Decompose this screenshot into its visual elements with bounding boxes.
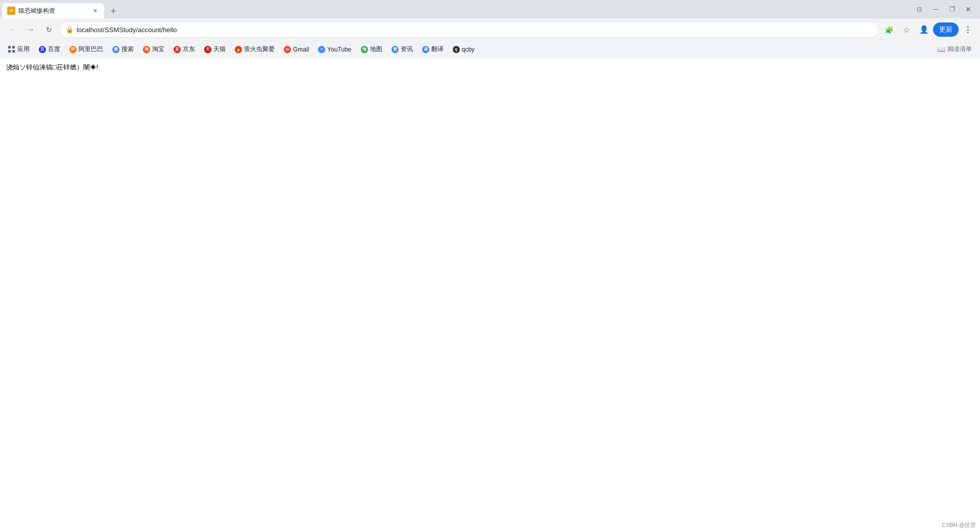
profile-icon[interactable]: 👤 bbox=[916, 21, 932, 38]
bookmark-apps[interactable]: 应用 bbox=[4, 43, 34, 56]
tab-favicon: 猿 bbox=[7, 7, 15, 15]
update-button[interactable]: 更新 bbox=[933, 22, 959, 37]
huochong-icon: 🔥 bbox=[235, 46, 242, 53]
tmall-icon: 天 bbox=[204, 46, 211, 53]
bookmark-huochong-label: 萤火虫聚爱 bbox=[244, 45, 275, 54]
bookmark-taobao[interactable]: 淘 淘宝 bbox=[139, 43, 168, 56]
qcby-icon: q bbox=[453, 46, 460, 53]
title-bar: 猿 猿恐斌惨构资 ✕ + ⊡ ─ ❐ ✕ bbox=[0, 0, 980, 18]
bookmark-baidu[interactable]: 百 百度 bbox=[35, 43, 64, 56]
reading-list-icon: 📖 bbox=[937, 45, 945, 53]
gmail-icon: G bbox=[284, 46, 291, 53]
screen-capture-icon[interactable]: ⊡ bbox=[912, 2, 927, 17]
youtube-icon: Y bbox=[318, 46, 325, 53]
bookmark-jd[interactable]: 京 京东 bbox=[169, 43, 199, 56]
taobao-icon: 淘 bbox=[143, 46, 150, 53]
bookmark-star-icon[interactable]: ☆ bbox=[898, 21, 915, 38]
forward-button[interactable]: → bbox=[22, 21, 39, 38]
bookmark-alibaba-label: 阿里巴巴 bbox=[79, 45, 103, 54]
bookmark-tmall-label: 天猫 bbox=[213, 45, 226, 54]
window-controls: ⊡ ─ ❐ ✕ bbox=[912, 0, 980, 18]
extensions-icon[interactable]: 🧩 bbox=[881, 21, 897, 38]
bookmark-gmail[interactable]: G Gmail bbox=[280, 43, 313, 56]
navigation-bar: ← → ↻ 🔒 localhost/SSMStudy/account/hello… bbox=[0, 18, 980, 41]
bookmark-gmail-label: Gmail bbox=[293, 46, 309, 53]
back-button[interactable]: ← bbox=[4, 21, 20, 38]
bookmark-huochong[interactable]: 🔥 萤火虫聚爱 bbox=[231, 43, 279, 56]
refresh-button[interactable]: ↻ bbox=[41, 21, 57, 38]
reading-list-label: 阅读清单 bbox=[947, 45, 972, 54]
bookmark-taobao-label: 淘宝 bbox=[152, 45, 164, 54]
translate-icon: 译 bbox=[422, 46, 429, 53]
jd-icon: 京 bbox=[174, 46, 181, 53]
address-bar[interactable]: 🔒 localhost/SSMStudy/account/hello bbox=[59, 21, 879, 38]
bookmark-youtube-label: YouTube bbox=[327, 46, 351, 53]
bookmark-translate[interactable]: 译 翻译 bbox=[418, 43, 448, 56]
bookmark-translate-label: 翻译 bbox=[431, 45, 444, 54]
bookmark-apps-label: 应用 bbox=[17, 45, 30, 54]
page-body-text: 浇灿ソ锌仙涞镐□茌锌燃）閿◈! bbox=[6, 62, 974, 73]
alibaba-icon: 阿 bbox=[69, 46, 77, 53]
maps-icon: 地 bbox=[361, 46, 368, 53]
bookmark-maps-label: 地图 bbox=[370, 45, 382, 54]
tabs-area: 猿 猿恐斌惨构资 ✕ + bbox=[0, 0, 912, 18]
minimize-button[interactable]: ─ bbox=[928, 2, 943, 17]
close-button[interactable]: ✕ bbox=[961, 2, 976, 17]
page-content: 浇灿ソ锌仙涞镐□茌锌燃）閿◈! bbox=[0, 58, 980, 531]
browser-window: 猿 猿恐斌惨构资 ✕ + ⊡ ─ ❐ ✕ ← → ↻ 🔒 localhost/S… bbox=[0, 0, 980, 531]
tab-title: 猿恐斌惨构资 bbox=[18, 7, 88, 15]
bookmark-search-label: 搜索 bbox=[121, 45, 134, 54]
active-tab[interactable]: 猿 猿恐斌惨构资 ✕ bbox=[2, 3, 104, 18]
reading-list-button[interactable]: 📖 阅读清单 bbox=[933, 43, 976, 56]
bookmark-news[interactable]: 资 资讯 bbox=[387, 43, 417, 56]
news-icon: 资 bbox=[391, 46, 399, 53]
baidu-icon: 百 bbox=[39, 46, 46, 53]
bookmark-qcby-label: qcby bbox=[462, 46, 475, 53]
new-tab-button[interactable]: + bbox=[106, 4, 120, 18]
apps-icon bbox=[8, 46, 15, 53]
bookmark-qcby[interactable]: q qcby bbox=[449, 43, 479, 56]
lock-icon: 🔒 bbox=[66, 26, 74, 33]
restore-button[interactable]: ❐ bbox=[944, 2, 960, 17]
bookmark-jd-label: 京东 bbox=[183, 45, 195, 54]
bookmarks-bar: 应用 百 百度 阿 阿里巴巴 搜 搜索 淘 淘宝 京 京东 天 天猫 🔥 萤 bbox=[0, 41, 980, 58]
bookmark-maps[interactable]: 地 地图 bbox=[357, 43, 386, 56]
bookmark-search[interactable]: 搜 搜索 bbox=[108, 43, 138, 56]
bookmark-tmall[interactable]: 天 天猫 bbox=[200, 43, 230, 56]
bottom-right-hint: CSBH @仗苦 bbox=[942, 521, 976, 529]
bookmark-baidu-label: 百度 bbox=[48, 45, 60, 54]
bookmark-alibaba[interactable]: 阿 阿里巴巴 bbox=[65, 43, 107, 56]
address-text: localhost/SSMStudy/account/hello bbox=[77, 26, 872, 34]
right-nav-controls: 🧩 ☆ 👤 更新 ⋮ bbox=[881, 21, 976, 38]
tab-close-button[interactable]: ✕ bbox=[91, 7, 99, 15]
search-icon: 搜 bbox=[112, 46, 119, 53]
bookmark-news-label: 资讯 bbox=[401, 45, 413, 54]
more-menu-icon[interactable]: ⋮ bbox=[960, 21, 976, 38]
bookmark-youtube[interactable]: Y YouTube bbox=[314, 43, 355, 56]
